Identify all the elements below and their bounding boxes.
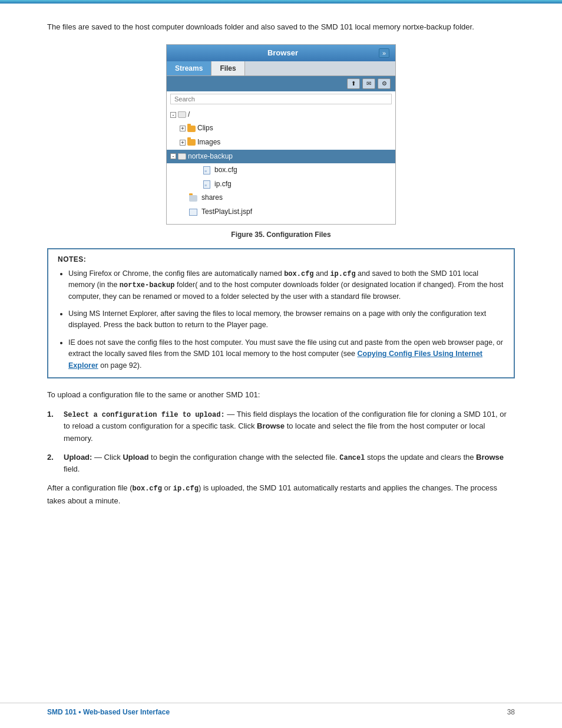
upload-icon-btn[interactable]: ⬆: [347, 78, 360, 89]
footer-page: 38: [507, 708, 515, 716]
notes-header: NOTES:: [58, 255, 504, 263]
intro-paragraph: The files are saved to the host computer…: [47, 21, 515, 34]
nortxe-label: nortxe-backup: [188, 150, 233, 163]
playlist-file-icon: [189, 209, 197, 216]
notes-list: Using Firefox or Chrome, the config file…: [58, 268, 504, 371]
code-ip-cfg-1: ip.cfg: [330, 270, 355, 278]
browser-title: Browser: [187, 48, 379, 57]
tree-shares: shares: [170, 191, 392, 205]
step-1: 1. Select a configuration file to upload…: [47, 409, 515, 444]
note-item-3: IE does not save the config files to the…: [68, 337, 504, 371]
images-label: Images: [197, 136, 220, 149]
ip-cfg-label: ip.cfg: [214, 178, 232, 191]
browser-header: Browser »: [167, 45, 395, 61]
footer-title: SMD 101 • Web-based User Interface: [47, 708, 170, 716]
figure-caption: Figure 35. Configuration Files: [47, 230, 515, 239]
tree-nortxe-backup[interactable]: - nortxe-backup: [167, 150, 395, 164]
note-item-1: Using Firefox or Chrome, the config file…: [68, 268, 504, 303]
browser-toolbar: ⬆ ✉ ⚙: [167, 76, 395, 91]
tree-root: - /: [170, 108, 392, 122]
tab-files[interactable]: Files: [211, 61, 244, 75]
browser-expand-button[interactable]: »: [379, 48, 389, 58]
outro-paragraph: After a configuration file (box.cfg or i…: [47, 482, 515, 507]
browse-label-2: Browse: [476, 453, 504, 462]
steps-intro: To upload a configuration file to the sa…: [47, 389, 515, 401]
clips-expand-icon[interactable]: +: [180, 126, 186, 131]
nortxe-folder-icon: [178, 153, 186, 160]
box-cfg-file-icon: [203, 166, 210, 174]
outro-box-cfg: box.cfg: [133, 485, 162, 493]
step-1-number: 1.: [47, 409, 57, 444]
browse-label-1: Browse: [257, 421, 285, 430]
tree-images: + Images: [170, 136, 392, 150]
browser-tree: - / + Clips + Images - nortxe-backup: [167, 107, 395, 224]
page-content: The files are saved to the host computer…: [0, 4, 562, 531]
note-item-2: Using MS Internet Explorer, after saving…: [68, 308, 504, 331]
root-label: /: [188, 108, 190, 121]
box-cfg-label: box.cfg: [214, 164, 237, 177]
tree-ip-cfg: ip.cfg: [170, 177, 392, 192]
notes-box: NOTES: Using Firefox or Chrome, the conf…: [47, 248, 515, 378]
step-2: 2. Upload: — Click Upload to begin the c…: [47, 452, 515, 476]
clips-label: Clips: [197, 122, 213, 135]
images-expand-icon[interactable]: +: [180, 140, 186, 146]
browser-tabs: Streams Files: [167, 61, 395, 76]
tree-box-cfg: box.cfg: [170, 163, 392, 177]
images-folder-icon: [187, 139, 196, 146]
tree-playlist: TestPlayList.jspf: [170, 205, 392, 219]
ip-cfg-file-icon: [203, 180, 210, 189]
root-expand-icon[interactable]: -: [170, 112, 176, 118]
upload-label: Upload: [123, 453, 148, 462]
step-1-content: Select a configuration file to upload: —…: [64, 409, 515, 444]
step-2-label: Upload:: [64, 453, 92, 462]
playlist-label: TestPlayList.jspf: [201, 206, 252, 219]
code-nortxe-backup: nortxe-backup: [120, 281, 175, 289]
step-1-label: Select a configuration file to upload:: [64, 411, 225, 419]
tab-streams[interactable]: Streams: [167, 61, 211, 75]
copying-config-link[interactable]: Copying Config Files Using Internet Expl…: [68, 350, 482, 369]
shares-folder-icon: [189, 195, 197, 202]
root-folder-icon: [178, 111, 186, 118]
browser-widget: Browser » Streams Files ⬆ ✉ ⚙ - /: [166, 44, 396, 225]
code-box-cfg-1: box.cfg: [284, 270, 313, 278]
nortxe-expand-icon[interactable]: -: [170, 153, 176, 159]
page-footer: SMD 101 • Web-based User Interface 38: [0, 703, 562, 716]
shares-label: shares: [201, 192, 223, 205]
step-2-content: Upload: — Click Upload to begin the conf…: [64, 452, 515, 476]
settings-icon-btn[interactable]: ⚙: [378, 78, 391, 89]
clips-folder-icon: [187, 126, 196, 132]
step-2-number: 2.: [47, 452, 57, 476]
cancel-label: Cancel: [339, 454, 365, 462]
tree-clips: + Clips: [170, 121, 392, 136]
outro-ip-cfg: ip.cfg: [173, 485, 199, 493]
search-input[interactable]: [170, 94, 392, 104]
email-icon-btn[interactable]: ✉: [362, 78, 375, 89]
